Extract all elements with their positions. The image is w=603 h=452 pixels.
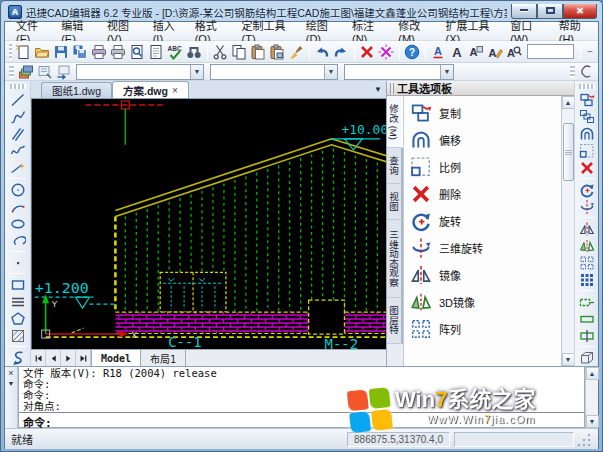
palette-side-tab[interactable]: 查询 [387,148,403,184]
mirror-button[interactable] [577,220,597,237]
command-input[interactable]: 命令: [19,412,584,427]
scroll-up-icon[interactable]: ▲ [586,367,599,380]
palette-side-tab[interactable]: 三维动态观察 [387,220,403,298]
command-scrollbar[interactable]: ▲ ▼ [585,367,598,428]
find-button[interactable] [185,42,204,61]
document-tab[interactable]: 方案.dwg× [112,81,189,98]
nav-last-button[interactable] [76,350,91,366]
text-edit-button[interactable]: A [486,42,505,61]
erase-magenta-button[interactable] [377,42,396,61]
scrollbar-thumb[interactable] [563,123,574,181]
arc-button[interactable] [8,198,28,215]
polygon-button[interactable] [8,310,28,327]
tab-overflow-icon[interactable]: ▼ [374,85,382,94]
offset-button[interactable] [577,125,597,142]
color-combobox[interactable]: ▼ [210,64,338,80]
palette-item-mirror[interactable]: 镜像 [406,261,559,288]
palette-item-rotate[interactable]: 旋转 [406,207,559,234]
toolbar-grip[interactable] [9,44,12,60]
save-button[interactable] [52,42,71,61]
paste-button[interactable] [249,42,268,61]
palette-item-copy-obj[interactable]: 复制 [406,99,559,126]
mirror3d-button[interactable] [577,237,597,254]
linetype-combobox[interactable]: ▼ [344,64,454,80]
print-preview-button[interactable] [128,42,147,61]
layers-button[interactable] [16,62,35,81]
layer-translate-button[interactable] [54,62,73,81]
palette-item-offset[interactable]: 偏移 [406,126,559,153]
palette-item-array[interactable]: 阵列 [406,315,559,342]
close-icon[interactable]: × [8,369,13,377]
ellipse-button[interactable] [8,215,28,232]
chevron-down-icon[interactable]: ▼ [8,380,15,387]
array3d-button[interactable] [577,271,597,288]
palette-scrollbar[interactable]: ▲ ▼ [561,96,574,366]
ellipse-arc-button[interactable] [8,232,28,249]
resize-grip[interactable] [578,432,592,446]
lengthen-button[interactable] [577,310,597,327]
palette-item-mirror3d[interactable]: 3D镜像 [406,288,559,315]
rotate-button[interactable] [577,181,597,198]
open-folder-button[interactable] [33,42,52,61]
scale-button[interactable] [577,142,597,159]
array-button[interactable] [577,254,597,271]
palette-item-rotate3d[interactable]: 三维旋转 [406,234,559,261]
nav-first-button[interactable] [31,350,46,366]
paste-special-button[interactable] [268,42,287,61]
palette-item-erase-red[interactable]: 删除 [406,180,559,207]
text-style-button[interactable]: A [467,42,486,61]
text-underline-button[interactable]: A [429,42,448,61]
sketch-button[interactable] [8,159,28,176]
toolbar-handle[interactable]: − [584,46,596,57]
erase-red-button[interactable] [358,42,377,61]
copy-button[interactable] [230,42,249,61]
point-button[interactable] [8,254,28,271]
erase-red-button[interactable] [577,159,597,176]
box3d-button[interactable] [577,349,597,366]
undo-button[interactable] [313,42,332,61]
palette-side-tab[interactable]: 图层特性 [387,298,403,344]
scroll-down-icon[interactable]: ▼ [562,353,575,366]
chevron-down-icon[interactable]: ▼ [324,65,337,79]
new-file-button[interactable] [14,42,33,61]
quick-print-button[interactable] [109,42,128,61]
palette-side-tab[interactable]: 修改 (M) [387,96,403,148]
copy-obj-button[interactable] [577,91,597,108]
text-button[interactable]: A [448,42,467,61]
rectangle-button[interactable] [8,276,28,293]
double-line-button[interactable] [8,125,28,142]
curve-button[interactable] [8,142,28,159]
chevron-down-icon[interactable]: ▼ [440,65,453,79]
line-button[interactable] [8,91,28,108]
close-tab-icon[interactable]: × [172,85,178,96]
nav-prev-button[interactable] [46,350,61,366]
panel-grip[interactable] [390,83,394,94]
spline-button[interactable] [8,108,28,125]
help-button[interactable]: ? [403,42,422,61]
document-tab[interactable]: 图纸1.dwg [41,82,112,98]
redo-button[interactable] [332,42,351,61]
s-curve-button[interactable] [8,349,28,366]
toolbar-grip[interactable] [9,66,14,78]
chevron-down-icon[interactable]: ▼ [190,65,203,79]
format-painter-button[interactable] [287,42,306,61]
circle-button[interactable] [8,181,28,198]
palette-item-scale[interactable]: 比例 [406,153,559,180]
layout-tab-model[interactable]: Model [91,350,141,366]
scroll-up-icon[interactable]: ▲ [562,96,575,109]
toolbar-grip[interactable] [10,84,26,89]
multiline-button[interactable] [8,293,28,310]
layer-state-button[interactable] [35,62,54,81]
layer-combobox[interactable]: ▼ [76,64,204,80]
page-preview-button[interactable] [147,42,166,61]
rotate3d-button[interactable] [577,198,597,215]
toolbar-grip[interactable] [579,84,595,89]
layout-tab-布局1[interactable]: 布局1 [141,350,186,366]
scroll-down-icon[interactable]: ▼ [586,415,599,428]
command-console[interactable]: 文件 版本(V): R18 (2004) release命令:命令:对角点: 命… [18,367,585,428]
nav-next-button[interactable] [61,350,76,366]
arc-tool-button[interactable] [577,62,596,81]
save-all-button[interactable] [71,42,90,61]
trim-button[interactable] [577,327,597,344]
spell-check-button[interactable]: ABC [166,42,185,61]
